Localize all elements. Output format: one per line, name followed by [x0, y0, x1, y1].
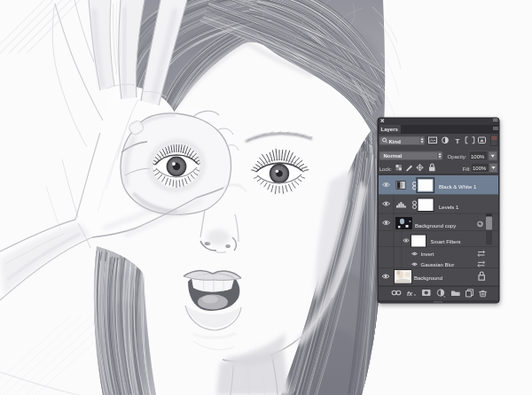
svg-text:Normal: Normal — [384, 153, 403, 159]
svg-text:Opacity:: Opacity: — [448, 154, 467, 159]
svg-text:Fill:: Fill: — [463, 167, 472, 172]
svg-text:Black & White 1: Black & White 1 — [439, 184, 477, 190]
svg-text:Background copy: Background copy — [415, 223, 456, 228]
svg-text:Layers: Layers — [381, 127, 399, 132]
svg-text:100%: 100% — [471, 154, 485, 159]
svg-text:Lock:: Lock: — [379, 167, 393, 172]
svg-text:T: T — [456, 137, 460, 145]
svg-text:Kind: Kind — [389, 139, 402, 144]
svg-text:fx: fx — [407, 290, 413, 297]
svg-text:Background: Background — [414, 275, 442, 281]
svg-text:100%: 100% — [473, 166, 487, 171]
svg-text:Invert: Invert — [421, 252, 434, 257]
svg-text:Smart Filters: Smart Filters — [431, 239, 461, 244]
svg-text:Levels 1: Levels 1 — [439, 205, 459, 210]
svg-text:Gaussian Blur: Gaussian Blur — [421, 262, 455, 267]
